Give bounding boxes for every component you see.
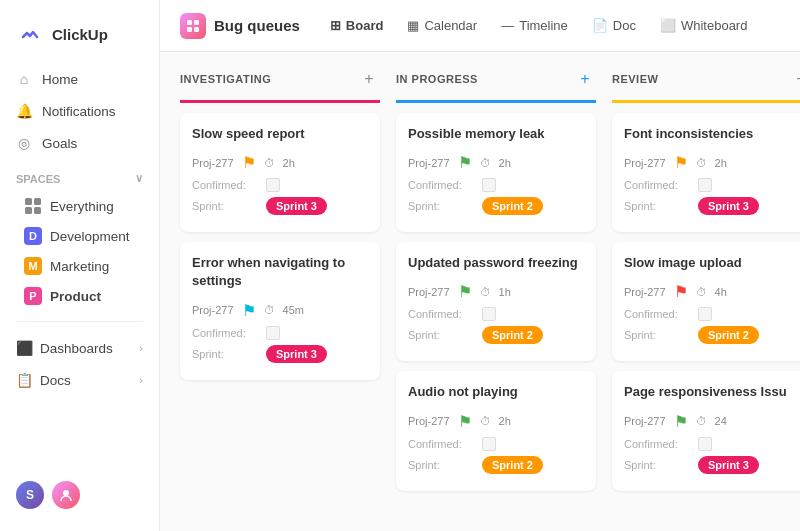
sprint-badge: Sprint 3 bbox=[266, 345, 327, 363]
column-header-investigating: INVESTIGATING + bbox=[180, 68, 380, 103]
card-memory-leak[interactable]: Possible memory leak Proj-277 ⚑ ⏱ 2h Con… bbox=[396, 113, 596, 232]
whiteboard-tab-icon: ⬜ bbox=[660, 18, 676, 33]
confirmed-checkbox[interactable] bbox=[698, 437, 712, 451]
clock-icon: ⏱ bbox=[480, 286, 491, 298]
card-proj: Proj-277 bbox=[624, 286, 666, 298]
everything-icon bbox=[24, 197, 42, 215]
product-dot: P bbox=[24, 287, 42, 305]
card-proj: Proj-277 bbox=[192, 157, 234, 169]
confirmed-checkbox[interactable] bbox=[482, 178, 496, 192]
confirmed-label: Confirmed: bbox=[408, 179, 476, 191]
clock-icon: ⏱ bbox=[264, 304, 275, 316]
user-avatar-secondary[interactable] bbox=[52, 481, 80, 509]
dashboard-icon: ⬛ bbox=[16, 340, 32, 356]
card-proj: Proj-277 bbox=[192, 304, 234, 316]
confirmed-checkbox[interactable] bbox=[482, 307, 496, 321]
home-icon: ⌂ bbox=[16, 71, 32, 87]
clock-icon: ⏱ bbox=[480, 157, 491, 169]
sidebar-item-development[interactable]: D Development bbox=[8, 221, 151, 251]
flag-icon: ⚑ bbox=[242, 153, 256, 172]
confirmed-checkbox[interactable] bbox=[266, 178, 280, 192]
spaces-section: Spaces ∨ bbox=[0, 158, 159, 191]
clock-icon: ⏱ bbox=[480, 415, 491, 427]
docs-icon: 📋 bbox=[16, 372, 32, 388]
clock-icon: ⏱ bbox=[696, 286, 707, 298]
card-title: Updated password freezing bbox=[408, 254, 584, 272]
sprint-badge: Sprint 2 bbox=[482, 197, 543, 215]
sidebar-item-docs[interactable]: 📋 Docs › bbox=[0, 364, 159, 396]
tab-timeline-label: Timeline bbox=[519, 18, 568, 33]
sprint-label: Sprint: bbox=[624, 200, 692, 212]
flag-icon: ⚑ bbox=[458, 153, 472, 172]
card-page-responsiveness[interactable]: Page responsiveness Issu Proj-277 ⚑ ⏱ 24… bbox=[612, 371, 800, 490]
card-confirmed-row: Confirmed: bbox=[192, 178, 368, 192]
sidebar-item-everything[interactable]: Everything bbox=[8, 191, 151, 221]
card-audio-not-playing[interactable]: Audio not playing Proj-277 ⚑ ⏱ 2h Confir… bbox=[396, 371, 596, 490]
add-card-in-progress[interactable]: + bbox=[574, 68, 596, 90]
tab-doc[interactable]: 📄 Doc bbox=[582, 12, 646, 39]
confirmed-label: Confirmed: bbox=[408, 308, 476, 320]
card-error-navigating[interactable]: Error when navigating to settings Proj-2… bbox=[180, 242, 380, 379]
timeline-tab-icon: — bbox=[501, 18, 514, 33]
confirmed-checkbox[interactable] bbox=[482, 437, 496, 451]
card-sprint-row: Sprint: Sprint 3 bbox=[624, 197, 800, 215]
chevron-icon: ∨ bbox=[135, 172, 143, 185]
card-password-freezing[interactable]: Updated password freezing Proj-277 ⚑ ⏱ 1… bbox=[396, 242, 596, 361]
clickup-logo-icon bbox=[16, 20, 44, 48]
card-title: Font inconsistencies bbox=[624, 125, 800, 143]
sprint-label: Sprint: bbox=[408, 200, 476, 212]
confirmed-checkbox[interactable] bbox=[698, 307, 712, 321]
card-sprint-row: Sprint: Sprint 2 bbox=[408, 456, 584, 474]
card-time: 2h bbox=[499, 415, 511, 427]
card-confirmed-row: Confirmed: bbox=[624, 178, 800, 192]
tab-calendar[interactable]: ▦ Calendar bbox=[397, 12, 487, 39]
card-meta: Proj-277 ⚑ ⏱ 2h bbox=[624, 153, 800, 172]
svg-point-5 bbox=[63, 490, 69, 496]
svg-rect-4 bbox=[34, 207, 41, 214]
confirmed-label: Confirmed: bbox=[624, 438, 692, 450]
sidebar-item-goals[interactable]: ◎ Goals bbox=[8, 128, 151, 158]
flag-icon: ⚑ bbox=[674, 282, 688, 301]
docs-label: Docs bbox=[40, 373, 71, 388]
tab-calendar-label: Calendar bbox=[424, 18, 477, 33]
everything-label: Everything bbox=[50, 199, 114, 214]
sidebar-nav: ⌂ Home 🔔 Notifications ◎ Goals bbox=[0, 64, 159, 158]
column-title-review: REVIEW bbox=[612, 73, 658, 85]
confirmed-label: Confirmed: bbox=[624, 179, 692, 191]
sidebar-item-product[interactable]: P Product bbox=[8, 281, 151, 311]
add-card-investigating[interactable]: + bbox=[358, 68, 380, 90]
sprint-label: Sprint: bbox=[624, 329, 692, 341]
card-font-inconsistencies[interactable]: Font inconsistencies Proj-277 ⚑ ⏱ 2h Con… bbox=[612, 113, 800, 232]
card-title: Possible memory leak bbox=[408, 125, 584, 143]
development-label: Development bbox=[50, 229, 130, 244]
confirmed-checkbox[interactable] bbox=[698, 178, 712, 192]
sidebar-item-dashboards[interactable]: ⬛ Dashboards › bbox=[0, 332, 159, 364]
tab-board[interactable]: ⊞ Board bbox=[320, 12, 394, 39]
flag-icon: ⚑ bbox=[674, 153, 688, 172]
sidebar-item-home[interactable]: ⌂ Home bbox=[8, 64, 151, 94]
card-slow-speed-report[interactable]: Slow speed report Proj-277 ⚑ ⏱ 2h Confir… bbox=[180, 113, 380, 232]
sidebar-item-marketing[interactable]: M Marketing bbox=[8, 251, 151, 281]
spaces-label: Spaces bbox=[16, 173, 60, 185]
card-proj: Proj-277 bbox=[624, 157, 666, 169]
tab-doc-label: Doc bbox=[613, 18, 636, 33]
user-avatar-primary[interactable]: S bbox=[16, 481, 44, 509]
card-title: Slow speed report bbox=[192, 125, 368, 143]
sprint-label: Sprint: bbox=[192, 200, 260, 212]
card-sprint-row: Sprint: Sprint 3 bbox=[624, 456, 800, 474]
card-proj: Proj-277 bbox=[408, 415, 450, 427]
sprint-label: Sprint: bbox=[624, 459, 692, 471]
confirmed-checkbox[interactable] bbox=[266, 326, 280, 340]
sidebar-item-notifications[interactable]: 🔔 Notifications bbox=[8, 96, 151, 126]
column-in-progress: IN PROGRESS + Possible memory leak Proj-… bbox=[396, 68, 596, 515]
add-card-review[interactable]: + bbox=[790, 68, 800, 90]
tab-whiteboard[interactable]: ⬜ Whiteboard bbox=[650, 12, 757, 39]
tab-timeline[interactable]: — Timeline bbox=[491, 12, 578, 39]
sprint-badge: Sprint 3 bbox=[698, 197, 759, 215]
sprint-badge: Sprint 3 bbox=[698, 456, 759, 474]
sprint-label: Sprint: bbox=[408, 459, 476, 471]
card-confirmed-row: Confirmed: bbox=[408, 307, 584, 321]
sprint-label: Sprint: bbox=[408, 329, 476, 341]
card-slow-image-upload[interactable]: Slow image upload Proj-277 ⚑ ⏱ 4h Confir… bbox=[612, 242, 800, 361]
board-tab-icon: ⊞ bbox=[330, 18, 341, 33]
